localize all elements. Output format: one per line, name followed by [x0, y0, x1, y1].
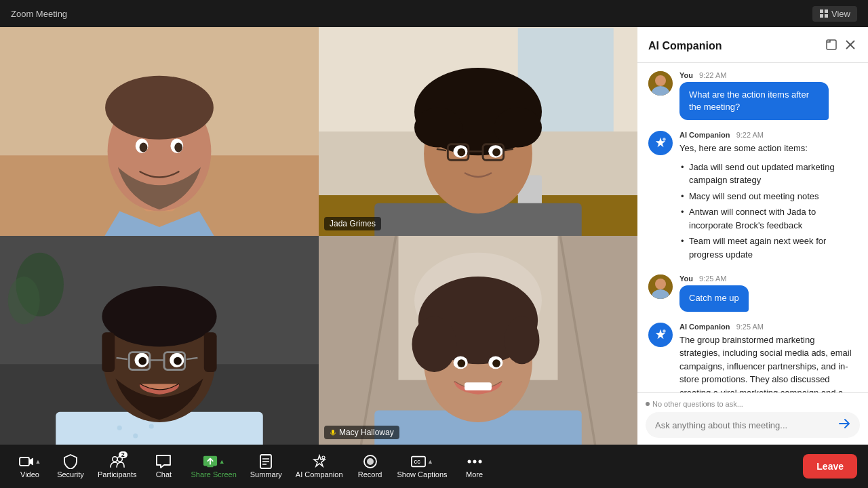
message-content-1: You 9:22 AM What are the action items af… [679, 71, 857, 120]
svg-rect-0 [820, 9, 823, 13]
person-3-svg [0, 236, 319, 445]
svg-point-97 [322, 456, 325, 459]
expand-icon [826, 39, 837, 50]
toolbar-label-security: Security [57, 470, 84, 479]
ai-chat-messages: You 9:22 AM What are the action items af… [637, 63, 868, 392]
ai-input-box [646, 412, 860, 438]
toolbar-item-video[interactable]: ▲ Video [11, 450, 49, 483]
video-icon [19, 454, 34, 469]
toolbar-item-summary[interactable]: Summary [245, 450, 288, 483]
svg-point-51 [138, 357, 146, 365]
message-time-4: 9:25 AM [736, 323, 764, 331]
toolbar-item-record[interactable]: Record [351, 450, 389, 483]
svg-point-24 [414, 108, 462, 148]
svg-point-103 [473, 460, 476, 464]
user-avatar-svg-1 [648, 71, 673, 96]
ai-panel-expand-button[interactable] [825, 38, 838, 54]
svg-point-42 [133, 433, 138, 438]
svg-point-89 [112, 457, 117, 462]
toolbar-label-captions: Show Captions [397, 470, 448, 479]
close-icon [845, 39, 856, 50]
toolbar-right: Leave [803, 454, 857, 479]
video-cell-p4: Macy Halloway [319, 236, 637, 445]
ai-sparkle-icon-1 [654, 136, 667, 150]
svg-rect-3 [825, 14, 828, 18]
svg-point-25 [494, 108, 542, 148]
ai-panel-header: AI Companion [637, 27, 868, 63]
captions-icon: CC [411, 454, 426, 469]
video-area: Jada Grimes [0, 27, 637, 445]
toolbar-label-more: More [466, 470, 483, 479]
toolbar-label-record: Record [358, 470, 382, 479]
message-content-2: AI Companion 9:22 AM Yes, here are some … [679, 131, 857, 264]
ai-send-button[interactable] [838, 418, 850, 432]
toolbar-item-chat[interactable]: Chat [144, 450, 182, 483]
svg-point-87 [663, 329, 666, 333]
svg-rect-1 [825, 9, 828, 13]
svg-point-99 [367, 458, 374, 465]
toolbar-left: ▲ Video Security 2 [11, 450, 494, 483]
people-icon: 2 [110, 454, 125, 469]
video-cell-p3 [0, 236, 319, 445]
view-label: View [831, 9, 850, 19]
svg-point-69 [505, 317, 540, 365]
toolbar-label-ai-companion: AI Companion [296, 470, 343, 479]
participant-label-p2: Jada Grimes [324, 217, 381, 230]
message-group-1: You 9:22 AM What are the action items af… [648, 71, 857, 120]
message-content-3: You 9:25 AM Catch me up [679, 274, 857, 311]
grid-icon [819, 9, 829, 18]
message-meta-4: AI Companion 9:25 AM [679, 323, 857, 331]
toolbar-item-security[interactable]: Security [52, 450, 90, 483]
view-button[interactable]: View [812, 6, 857, 22]
message-meta-3: You 9:25 AM [679, 274, 857, 283]
toolbar-item-captions[interactable]: CC ▲ Show Captions [392, 450, 453, 483]
summary-icon [258, 454, 273, 469]
top-bar: Zoom Meeting View [0, 0, 868, 27]
toolbar-item-participants[interactable]: 2 Participants [92, 450, 142, 483]
svg-point-28 [457, 148, 465, 157]
person-4-svg [319, 236, 637, 445]
toolbar-item-share-screen[interactable]: ▲ Share Screen [185, 450, 241, 483]
main-content: Jada Grimes [0, 27, 868, 445]
message-group-4: AI Companion 9:25 AM The group brainstor… [648, 323, 857, 392]
participant-name-p4: Macy Halloway [339, 428, 394, 437]
video-cell-p2: Jada Grimes [319, 27, 637, 236]
ai-avatar-2 [648, 323, 673, 347]
ai-sparkle-icon-2 [654, 328, 667, 342]
participant-name-p2: Jada Grimes [330, 219, 376, 228]
message-bubble-4: The group brainstormed marketing strateg… [679, 333, 857, 392]
svg-point-102 [467, 460, 471, 464]
svg-point-12 [140, 142, 148, 152]
ai-footer-status: No other questions to ask... [646, 400, 860, 408]
leave-button[interactable]: Leave [803, 454, 857, 479]
svg-point-52 [174, 357, 182, 365]
svg-rect-47 [102, 332, 115, 372]
message-bubble-1: What are the action items after the meet… [679, 82, 829, 120]
ai-input[interactable] [655, 420, 838, 430]
svg-rect-88 [20, 458, 29, 466]
ai-panel-footer: No other questions to ask... [637, 392, 868, 445]
message-sender-1: You [679, 71, 693, 79]
message-meta-1: You 9:22 AM [679, 71, 857, 79]
svg-text:CC: CC [414, 460, 421, 464]
toolbar-label-participants: Participants [98, 470, 136, 479]
message-time-2: 9:22 AM [736, 131, 764, 139]
svg-rect-92 [207, 466, 213, 467]
bottom-toolbar: ▲ Video Security 2 [0, 445, 868, 488]
user-avatar-1 [648, 71, 673, 96]
toolbar-label-chat: Chat [156, 470, 172, 479]
toolbar-item-more[interactable]: More [456, 450, 494, 483]
toolbar-label-share-screen: Share Screen [191, 470, 236, 479]
status-dot [646, 402, 650, 406]
message-meta-2: AI Companion 9:22 AM [679, 131, 857, 139]
toolbar-item-ai-companion[interactable]: AI Companion [290, 450, 349, 483]
svg-point-13 [174, 142, 182, 152]
svg-rect-48 [204, 332, 217, 372]
user-avatar-2 [648, 274, 673, 299]
svg-point-68 [412, 317, 456, 372]
shield-icon [63, 454, 78, 469]
ai-panel-close-button[interactable] [844, 38, 857, 54]
ai-avatar-1 [648, 131, 673, 155]
svg-rect-77 [827, 40, 836, 49]
message-sender-3: You [679, 274, 693, 283]
